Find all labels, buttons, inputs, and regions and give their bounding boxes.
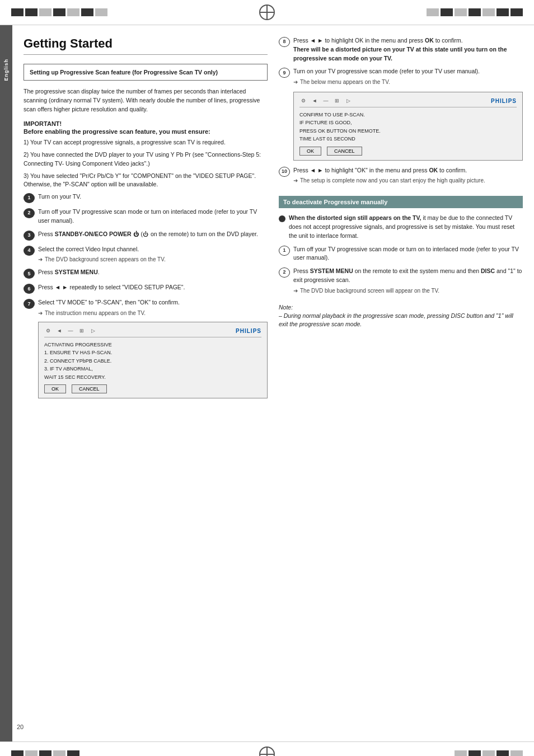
step-1-number: 1 (24, 193, 35, 203)
intro-text: The progressive scan display twice the n… (24, 87, 268, 114)
note-label: Note: (279, 304, 523, 311)
bottom-bar-right-blocks (283, 750, 523, 756)
bar-block-r4 (469, 8, 481, 16)
step-10-number: 10 (279, 167, 290, 177)
screen1-icon-gear: ⚙ (44, 327, 52, 335)
step-5: 5 Press SYSTEM MENU. (24, 268, 268, 279)
right-column: 8 Press ◄ ► to highlight OK in the menu … (279, 36, 523, 730)
screen1-icon-play: ▷ (89, 327, 97, 335)
step-10-sub: ➜ The setup is complete now and you can … (293, 176, 523, 185)
crosshair-center (259, 4, 275, 20)
deactivate-step-2-content: Press SYSTEM MENU on the remote to exit … (293, 267, 523, 295)
screen1-buttons: OK CANCEL (44, 384, 261, 393)
bbar-block-1 (11, 750, 24, 756)
step-9-sub: ➜ The below menu appears on the TV. (293, 78, 523, 86)
bullet-list: When the distorted sign still appears on… (279, 214, 523, 240)
bar-block-5 (67, 8, 79, 16)
screen1-line-3: 3. IF TV ABNORMAL, (44, 365, 261, 373)
screen2-icons: ⚙ ◄ — ⊞ ▷ (299, 97, 352, 105)
screen1-icon-grid: ⊞ (78, 327, 86, 335)
req-1: 1) Your TV can accept progressive signal… (24, 138, 268, 147)
screen1-line-2: 2. CONNECT YPbPB CABLE. (44, 357, 261, 365)
note-text: – During normal playback in the progress… (279, 312, 523, 330)
deactivate-step-1-number: 1 (279, 246, 290, 256)
step-5-content: Press SYSTEM MENU. (38, 268, 268, 277)
bar-block-4 (53, 8, 65, 16)
screen2-line-4: TIME LAST 01 SECOND (299, 135, 517, 143)
screen1-body: ACTIVATING PROGRESSIVE 1. ENSURE TV HAS … (44, 341, 261, 381)
bbar-block-r4 (496, 750, 509, 756)
bar-block-r5 (483, 8, 495, 16)
screen2-icon-gear: ⚙ (299, 97, 307, 105)
section-box-title: Setting up Progressive Scan feature (for… (30, 69, 261, 76)
screen2-cancel-button[interactable]: CANCEL (327, 147, 362, 156)
note-section: Note: – During normal playback in the pr… (279, 304, 523, 330)
screen2-line-0: CONFIRM TO USE P-SCAN. (299, 111, 517, 119)
step-5-number: 5 (24, 269, 35, 279)
req-2: 2) You have connected the DVD player to … (24, 151, 268, 168)
bullet-1-content: When the distorted sign still appears on… (289, 214, 523, 240)
bar-block-r6 (496, 8, 509, 16)
bbar-block-r2 (469, 750, 481, 756)
step-7: 7 Select "TV MODE" to "P-SCAN", then "OK… (24, 298, 268, 317)
main-content: Getting Started Setting up Progressive S… (12, 25, 534, 741)
deactivate-steps: 1 Turn off your TV progressive scan mode… (279, 245, 523, 295)
step-4-content: Select the correct Video Input channel. … (38, 245, 268, 264)
screen1-line-4: WAIT 15 SEC RECOVERY. (44, 373, 261, 381)
screen2-icon-back: ◄ (311, 97, 318, 105)
bar-block-r1 (427, 8, 439, 16)
step-6-content: Press ◄ ► repeatedly to select "VIDEO SE… (38, 283, 268, 292)
important-label: IMPORTANT! (24, 120, 268, 127)
screen-mockup-2: ⚙ ◄ — ⊞ ▷ PHILIPS CONFIRM TO USE P-SCAN.… (293, 92, 523, 161)
screen1-cancel-button[interactable]: CANCEL (72, 384, 107, 393)
deactivate-step-1: 1 Turn off your TV progressive scan mode… (279, 245, 523, 263)
step-9-content: Turn on your TV progressive scan mode (r… (293, 67, 523, 86)
screen1-ok-button[interactable]: OK (44, 384, 66, 393)
steps-list: 1 Turn on your TV. 2 Turn off your TV pr… (24, 192, 268, 317)
screen2-brand: PHILIPS (491, 98, 517, 104)
step-7-number: 7 (24, 299, 35, 309)
bbar-block-r1 (455, 750, 467, 756)
screen2-body: CONFIRM TO USE P-SCAN. IF PICTURE IS GOO… (299, 111, 517, 143)
bar-block-2 (25, 8, 38, 16)
screen2-icon-play: ▷ (344, 97, 352, 105)
step-3-number: 3 (24, 231, 35, 241)
bbar-block-4 (53, 750, 65, 756)
step-1-content: Turn on your TV. (38, 192, 268, 201)
screen2-line-1: IF PICTURE IS GOOD, (299, 119, 517, 126)
bar-block-r7 (510, 8, 523, 16)
bottom-bar-left-blocks (11, 750, 251, 756)
section-box: Setting up Progressive Scan feature (for… (24, 64, 268, 81)
step-4: 4 Select the correct Video Input channel… (24, 245, 268, 264)
screen1-icon-back: ◄ (55, 327, 63, 335)
top-bar (0, 0, 534, 25)
step-8-content: Press ◄ ► to highlight OK in the menu an… (293, 36, 523, 63)
left-column: Getting Started Setting up Progressive S… (24, 36, 268, 730)
step-4-sub: ➜ The DVD background screen appears on t… (38, 255, 268, 264)
bbar-block-r3 (483, 750, 495, 756)
step-7-sub: ➜ The instruction menu appears on the TV… (38, 309, 268, 317)
bar-block-7 (95, 8, 107, 16)
step-8-number: 8 (279, 37, 290, 47)
step-6: 6 Press ◄ ► repeatedly to select "VIDEO … (24, 283, 268, 294)
screen2-icon-grid: ⊞ (333, 97, 341, 105)
final-steps: 10 Press ◄ ► to highlight "OK" in the me… (279, 166, 523, 185)
top-bar-left-blocks (11, 8, 251, 16)
step-10: 10 Press ◄ ► to highlight "OK" in the me… (279, 166, 523, 185)
step-3: 3 Press STANDBY-ON/ECO POWER ⏻ (⏻ on the… (24, 230, 268, 241)
bbar-block-r5 (510, 750, 523, 756)
step-4-number: 4 (24, 246, 35, 256)
screen1-brand: PHILIPS (236, 328, 261, 334)
deactivate-step-1-content: Turn off your TV progressive scan mode o… (293, 245, 523, 263)
screen2-ok-button[interactable]: OK (299, 147, 321, 156)
bar-block-1 (11, 8, 24, 16)
screen1-header: ⚙ ◄ — ⊞ ▷ PHILIPS (44, 327, 261, 337)
screen1-icon-dash: — (67, 327, 74, 335)
step-9-number: 9 (279, 68, 290, 78)
deactivate-box: To deactivate Progressive manually (279, 196, 523, 208)
step-10-content: Press ◄ ► to highlight "OK" in the menu … (293, 166, 523, 185)
screen2-buttons: OK CANCEL (299, 147, 517, 156)
sidebar: English (0, 25, 12, 741)
bbar-block-3 (39, 750, 51, 756)
bullet-dot-1 (279, 215, 285, 222)
